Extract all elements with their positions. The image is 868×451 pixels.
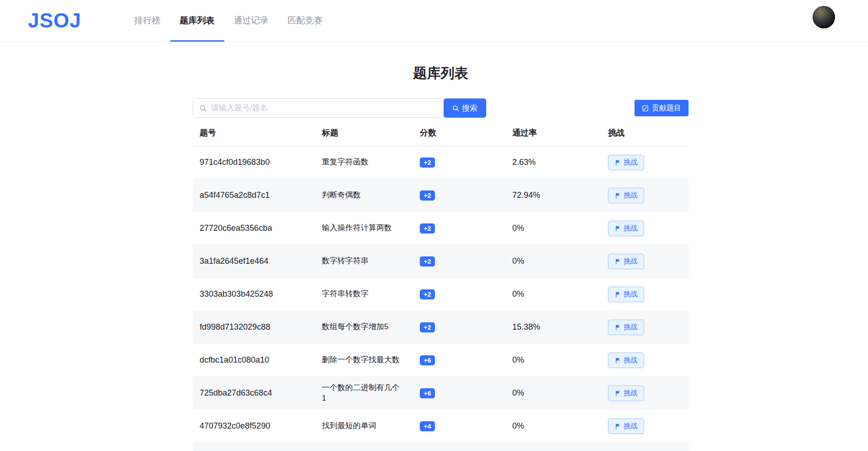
score-badge: +2 <box>420 289 435 299</box>
challenge-button[interactable]: 挑战 <box>608 155 644 170</box>
challenge-button[interactable]: 挑战 <box>608 353 644 368</box>
column-header: 题号 <box>193 127 315 138</box>
app-logo[interactable]: JSOJ <box>28 9 81 32</box>
problem-id: 3303ab303b425248 <box>193 289 315 299</box>
score-badge: +2 <box>420 322 435 332</box>
problem-title: 一个数的二进制有几个1 <box>315 378 413 408</box>
score-cell: +2 <box>413 322 505 332</box>
search-button[interactable]: 搜索 <box>444 98 486 118</box>
challenge-label: 挑战 <box>624 323 637 331</box>
search-box <box>193 98 442 118</box>
flag-icon <box>615 357 621 364</box>
challenge-button[interactable]: 挑战 <box>608 188 644 203</box>
score-badge: +6 <box>420 388 435 398</box>
search-input[interactable] <box>211 103 436 113</box>
problem-title: 数字转字符串 <box>315 251 413 271</box>
contribute-button[interactable]: 贡献题目 <box>635 100 689 116</box>
table-body: 971c4cf0d19683b0重复字符函数+22.63%挑战a54f4765a… <box>193 146 689 443</box>
user-avatar[interactable] <box>813 6 835 28</box>
table-row: 4707932c0e8f5290找到最短的单词+40%挑战 <box>193 410 689 443</box>
challenge-cell: 挑战 <box>601 188 689 203</box>
problem-id: 3a1fa2645ef1e464 <box>193 256 315 266</box>
pass-rate: 15.38% <box>505 322 601 332</box>
challenge-button[interactable]: 挑战 <box>608 287 644 302</box>
challenge-label: 挑战 <box>624 422 637 430</box>
search-icon <box>452 105 459 112</box>
table-row-partial <box>193 443 689 451</box>
problem-title: 重复字符函数 <box>315 152 413 172</box>
table-header-row: 题号标题分数通过率挑战 <box>193 120 689 146</box>
table-row: dcfbc1a01c080a10删除一个数字找最大数+60%挑战 <box>193 344 689 377</box>
table-row: fd998d7132029c88数组每个数字增加5+215.38%挑战 <box>193 311 689 344</box>
challenge-cell: 挑战 <box>601 221 689 236</box>
app-header: JSOJ 排行榜题库列表通过记录匹配竞赛 <box>0 0 868 42</box>
pass-rate: 0% <box>505 388 601 398</box>
problem-title: 判断奇偶数 <box>315 185 413 205</box>
challenge-button[interactable]: 挑战 <box>608 386 644 401</box>
problem-title: 数组每个数字增加5 <box>315 317 413 337</box>
main-content: 题库列表 搜索 贡献题目 题号标题分数通过率挑战 971c4cf0d19683b… <box>193 64 689 451</box>
table-row: 725dba27d63c68c4一个数的二进制有几个1+60%挑战 <box>193 377 689 410</box>
table-row: 971c4cf0d19683b0重复字符函数+22.63%挑战 <box>193 146 689 179</box>
nav-tab-3[interactable]: 匹配竞赛 <box>278 0 332 41</box>
problem-table: 题号标题分数通过率挑战 971c4cf0d19683b0重复字符函数+22.63… <box>193 120 689 451</box>
pass-rate: 0% <box>505 289 601 299</box>
score-badge: +2 <box>420 190 435 201</box>
challenge-cell: 挑战 <box>601 353 689 368</box>
score-cell: +2 <box>413 158 505 168</box>
pass-rate: 0% <box>505 355 601 365</box>
problem-title: 找到最短的单词 <box>315 416 413 436</box>
score-cell: +2 <box>413 289 505 299</box>
problem-title: 输入操作符计算两数 <box>315 218 413 238</box>
column-header: 分数 <box>413 127 505 138</box>
pass-rate: 72.94% <box>505 190 601 200</box>
challenge-label: 挑战 <box>624 191 637 200</box>
challenge-cell: 挑战 <box>601 287 689 302</box>
challenge-cell: 挑战 <box>601 418 689 434</box>
table-row: a54f4765a2c8d7c1判断奇偶数+272.94%挑战 <box>193 179 689 212</box>
flag-icon <box>615 258 621 265</box>
problem-id: fd998d7132029c88 <box>193 322 315 332</box>
score-cell: +6 <box>413 355 505 365</box>
pass-rate: 0% <box>505 223 601 233</box>
column-header: 通过率 <box>505 127 601 138</box>
column-header: 挑战 <box>601 127 689 138</box>
challenge-button[interactable]: 挑战 <box>608 320 644 335</box>
challenge-label: 挑战 <box>624 389 637 397</box>
search-icon <box>199 104 207 112</box>
table-row: 3a1fa2645ef1e464数字转字符串+20%挑战 <box>193 245 689 278</box>
problem-id: 725dba27d63c68c4 <box>193 388 315 398</box>
challenge-button[interactable]: 挑战 <box>608 221 644 236</box>
problem-title: 删除一个数字找最大数 <box>315 350 413 370</box>
flag-icon <box>615 291 621 298</box>
nav-tab-1[interactable]: 题库列表 <box>170 0 224 41</box>
challenge-button[interactable]: 挑战 <box>608 418 644 434</box>
challenge-cell: 挑战 <box>601 254 689 269</box>
nav-tab-0[interactable]: 排行榜 <box>125 0 170 41</box>
nav-tabs: 排行榜题库列表通过记录匹配竞赛 <box>125 0 332 41</box>
challenge-cell: 挑战 <box>601 320 689 335</box>
challenge-label: 挑战 <box>624 158 637 167</box>
challenge-button[interactable]: 挑战 <box>608 254 644 269</box>
flag-icon <box>615 159 621 166</box>
score-cell: +2 <box>413 223 505 234</box>
challenge-cell: 挑战 <box>601 386 689 401</box>
challenge-label: 挑战 <box>624 290 637 299</box>
toolbar: 搜索 贡献题目 <box>193 98 689 118</box>
flag-icon <box>615 324 621 331</box>
challenge-label: 挑战 <box>624 224 637 233</box>
score-cell: +2 <box>413 190 505 201</box>
flag-icon <box>615 390 621 397</box>
edit-icon <box>642 105 649 112</box>
problem-id: 27720c6ea5356cba <box>193 223 315 233</box>
score-cell: +4 <box>413 421 505 431</box>
challenge-label: 挑战 <box>624 257 637 266</box>
score-cell: +6 <box>413 388 505 398</box>
contribute-button-label: 贡献题目 <box>652 103 681 113</box>
problem-title: 字符串转数字 <box>315 284 413 304</box>
score-badge: +2 <box>420 158 435 168</box>
nav-tab-2[interactable]: 通过记录 <box>224 0 278 41</box>
column-header: 标题 <box>315 127 413 138</box>
pass-rate: 0% <box>505 256 601 266</box>
table-row: 27720c6ea5356cba输入操作符计算两数+20%挑战 <box>193 212 689 245</box>
